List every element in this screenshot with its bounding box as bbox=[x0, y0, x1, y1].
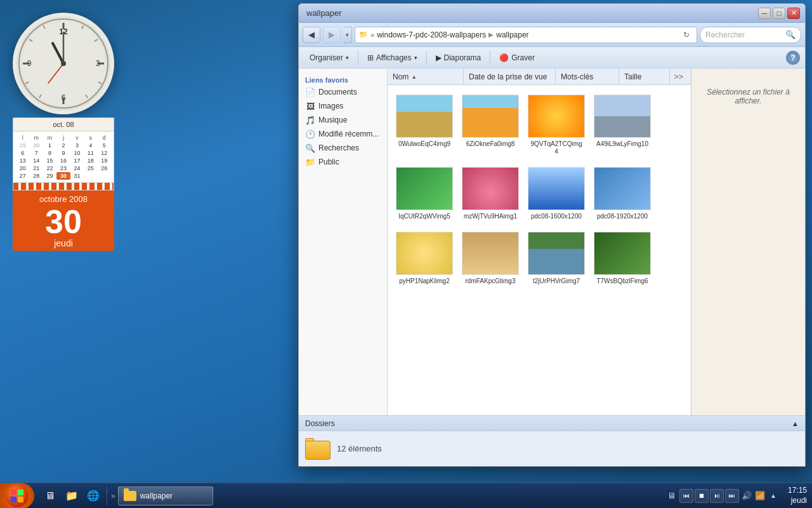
cal-cell[interactable]: 11 bbox=[84, 149, 97, 157]
cal-cell[interactable]: 10 bbox=[70, 149, 84, 157]
cal-cell[interactable]: 20 bbox=[16, 164, 29, 172]
col-header-name[interactable]: Nom ▲ bbox=[388, 69, 464, 84]
cal-cell[interactable]: 5 bbox=[98, 142, 111, 149]
file-item[interactable]: pdc08-1920x1200 bbox=[591, 163, 654, 225]
cal-today[interactable]: 30 bbox=[56, 172, 70, 180]
svg-text:6: 6 bbox=[62, 93, 66, 102]
cal-cell[interactable]: 30 bbox=[29, 142, 43, 149]
sidebar-section-title[interactable]: Liens favoris bbox=[299, 74, 387, 85]
media-prev-button[interactable]: ⏮ bbox=[679, 489, 693, 503]
cal-cell[interactable]: 3 bbox=[70, 142, 84, 149]
network-status-icon[interactable]: 📶 bbox=[754, 490, 766, 502]
close-button[interactable]: ✕ bbox=[787, 8, 800, 19]
breadcrumb-current[interactable]: wallpaper bbox=[496, 30, 528, 39]
taskbar-more-chevron[interactable]: » bbox=[111, 491, 115, 500]
cal-cell[interactable]: 25 bbox=[84, 164, 97, 172]
quicklaunch-ie-button[interactable]: 🌐 bbox=[84, 486, 103, 505]
cal-cell[interactable]: 26 bbox=[98, 164, 111, 172]
cal-cell[interactable]: 14 bbox=[29, 157, 43, 164]
start-button[interactable] bbox=[0, 483, 34, 509]
volume-icon[interactable]: 🔊 bbox=[741, 490, 752, 502]
music-icon: 🎵 bbox=[305, 115, 315, 125]
sidebar-item-images[interactable]: 🖼 Images bbox=[299, 99, 387, 113]
cal-cell[interactable]: 17 bbox=[70, 157, 84, 164]
file-item[interactable]: pyHP1NapKIimg2 bbox=[393, 227, 456, 290]
file-item[interactable]: T7WsBQbzlFimg6 bbox=[591, 227, 654, 290]
cal-cell[interactable]: 18 bbox=[84, 157, 97, 164]
forward-button[interactable]: ▶ bbox=[323, 27, 341, 43]
cal-cell[interactable]: 7 bbox=[29, 149, 43, 157]
file-list-area: Nom ▲ Date de la prise de vue Mots-clés … bbox=[388, 69, 691, 415]
cal-cell[interactable]: 28 bbox=[29, 172, 43, 180]
minimize-button[interactable]: ─ bbox=[758, 8, 771, 19]
diaporama-label: Diaporama bbox=[444, 53, 481, 62]
cal-cell[interactable]: 4 bbox=[84, 142, 97, 149]
file-item[interactable]: pdc08-1600x1200 bbox=[525, 163, 588, 225]
file-item[interactable]: A49iL9wLyFimg10 bbox=[591, 90, 654, 160]
refresh-button[interactable]: ↻ bbox=[680, 29, 693, 41]
cal-cell[interactable]: 29 bbox=[16, 142, 29, 149]
cal-cell[interactable]: 6 bbox=[16, 149, 29, 157]
cal-cell[interactable]: 19 bbox=[98, 157, 111, 164]
up-arrow-icon[interactable]: ▲ bbox=[768, 490, 779, 502]
cal-cell[interactable]: 21 bbox=[29, 164, 43, 172]
file-item[interactable]: 6ZiOkneFa0img8 bbox=[459, 90, 522, 160]
cal-cell[interactable]: 12 bbox=[98, 149, 111, 157]
back-button[interactable]: ◀ bbox=[303, 27, 320, 43]
col-header-size[interactable]: Taille bbox=[619, 69, 670, 84]
toolbar: Organiser ▾ ⊞ Affichages ▾ ▶ Diaporama 🔴… bbox=[299, 47, 805, 69]
diaporama-button[interactable]: ▶ Diaporama bbox=[430, 50, 487, 66]
cal-cell bbox=[98, 172, 111, 180]
cal-cell[interactable]: 29 bbox=[43, 172, 56, 180]
file-name: rdmFAKpcGtimg3 bbox=[466, 277, 516, 285]
sidebar-item-musique[interactable]: 🎵 Musique bbox=[299, 113, 387, 127]
sidebar-item-recherches[interactable]: 🔍 Recherches bbox=[299, 141, 387, 155]
sidebar-item-recent[interactable]: 🕐 Modifié récemm... bbox=[299, 127, 387, 141]
cal-cell[interactable]: 31 bbox=[70, 172, 84, 180]
media-playpause-button[interactable]: ⏯ bbox=[710, 489, 724, 503]
taskbar-clock[interactable]: 17:15 jeudi bbox=[788, 486, 807, 505]
file-item[interactable]: mzWjTVu9HAimg1 bbox=[459, 163, 522, 225]
graver-button[interactable]: 🔴 Graver bbox=[494, 50, 540, 66]
file-item[interactable]: 0WulwoEqC4img9 bbox=[393, 90, 456, 160]
cal-cell[interactable]: 15 bbox=[43, 157, 56, 164]
file-item[interactable]: rdmFAKpcGtimg3 bbox=[459, 227, 522, 290]
address-bar[interactable]: 📁 » windows-7-pdc-2008-wallpapers ▶ wall… bbox=[355, 27, 697, 43]
help-button[interactable]: ? bbox=[786, 51, 800, 65]
cal-cell[interactable]: 8 bbox=[43, 149, 56, 157]
media-next-button[interactable]: ⏭ bbox=[725, 489, 739, 503]
cal-cell[interactable]: 23 bbox=[56, 164, 70, 172]
cal-cell[interactable]: 1 bbox=[43, 142, 56, 149]
col-header-keywords[interactable]: Mots-clés bbox=[556, 69, 619, 84]
cal-cell[interactable]: 16 bbox=[56, 157, 70, 164]
col-header-date[interactable]: Date de la prise de vue bbox=[464, 69, 556, 84]
maximize-button[interactable]: □ bbox=[773, 8, 785, 19]
breadcrumb-parent[interactable]: windows-7-pdc-2008-wallpapers bbox=[377, 30, 486, 39]
file-thumbnail bbox=[396, 95, 453, 138]
quicklaunch-desktop-button[interactable]: 🖥 bbox=[41, 486, 60, 505]
file-item[interactable]: t2jUrPHVrGimg7 bbox=[525, 227, 588, 290]
cal-cell[interactable]: 9 bbox=[56, 149, 70, 157]
sidebar-item-public[interactable]: 📁 Public bbox=[299, 155, 387, 169]
organiser-button[interactable]: Organiser ▾ bbox=[304, 50, 355, 66]
media-stop-button[interactable]: ⏹ bbox=[695, 489, 709, 503]
cal-cell[interactable]: 22 bbox=[43, 164, 56, 172]
search-bar[interactable]: Rechercher 🔍 bbox=[700, 27, 801, 43]
folders-content: 12 éléments bbox=[299, 431, 805, 466]
file-item[interactable]: 9QVTqA2TCQimg4 bbox=[525, 90, 588, 160]
taskbar-window-wallpaper[interactable]: wallpaper bbox=[118, 486, 213, 505]
cal-cell[interactable]: 24 bbox=[70, 164, 84, 172]
affichages-button[interactable]: ⊞ Affichages ▾ bbox=[362, 50, 423, 66]
file-item[interactable]: IqCUtR2qWVimg5 bbox=[393, 163, 456, 225]
cal-cell[interactable]: 13 bbox=[16, 157, 29, 164]
file-thumbnail bbox=[396, 167, 453, 210]
cal-cell[interactable]: 2 bbox=[56, 142, 70, 149]
svg-rect-22 bbox=[18, 490, 23, 495]
quicklaunch-explorer-button[interactable]: 📁 bbox=[62, 486, 81, 505]
sidebar-item-documents[interactable]: 📄 Documents bbox=[299, 85, 387, 99]
cal-cell[interactable]: 27 bbox=[16, 172, 29, 180]
nav-dropdown-button[interactable]: ▾ bbox=[343, 27, 352, 43]
folders-header[interactable]: Dossiers ▲ bbox=[299, 416, 805, 431]
col-more-button[interactable]: >> bbox=[670, 72, 687, 81]
network-icon[interactable]: 🖥 bbox=[666, 490, 678, 502]
